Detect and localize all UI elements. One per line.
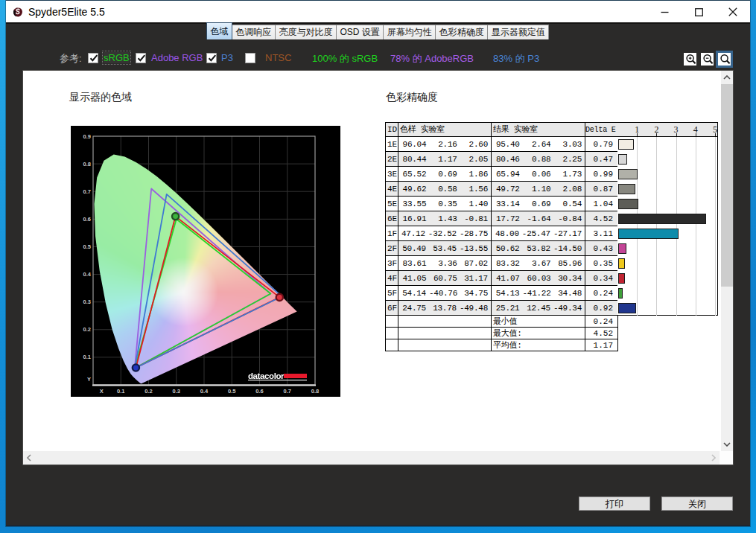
datacolor-logo-bar [284, 374, 307, 378]
close-icon [728, 7, 737, 16]
title-bar: Spyder5Elite 5.5 [6, 0, 750, 22]
delta-e-bar [618, 154, 627, 165]
row-sample-lab: 16.911.43-0.81 [398, 211, 492, 226]
tab-4[interactable]: OSD 设置 [336, 25, 384, 39]
reference-label: 参考: [60, 52, 82, 66]
row-delta-e: 0.35 [585, 256, 618, 271]
row-delta-e: 0.47 [585, 152, 618, 167]
delta-e-bar [618, 184, 635, 194]
tab-5[interactable]: 屏幕均匀性 [383, 25, 436, 39]
row-id: 1F [386, 226, 398, 241]
accuracy-panel-title: 色彩精确度 [386, 91, 438, 104]
checkbox-checked[interactable] [88, 53, 98, 63]
row-id: 6E [386, 211, 398, 226]
maximize-button[interactable] [682, 1, 716, 23]
reference-option-ntsc[interactable]: NTSC [245, 52, 291, 63]
checkbox-checked[interactable] [136, 53, 146, 63]
chevron-down-icon [723, 442, 731, 447]
delta-e-bar [618, 214, 706, 224]
row-id: 5F [386, 286, 398, 301]
row-delta-e: 1.04 [585, 197, 618, 211]
row-result-lab: 49.721.102.08 [492, 182, 585, 197]
close-button[interactable] [716, 1, 750, 23]
gamut-panel-title: 显示器的色域 [69, 91, 132, 104]
checkbox-checked[interactable] [206, 53, 217, 63]
row-sample-lab: 41.0560.7531.17 [398, 271, 492, 286]
content-panel: 显示器的色域 色彩精确度 0.10.20.30.40.50.60.70.8X0.… [22, 70, 734, 465]
reference-option-adobe-rgb[interactable]: Adobe RGB [136, 52, 203, 63]
coverage-label-1: 100% 的 sRGB [312, 52, 378, 66]
coverage-label-2: 78% 的 AdobeRGB [390, 52, 474, 66]
summary-value: 4.52 [585, 328, 618, 339]
row-result-lab: 95.402.643.03 [492, 137, 585, 152]
tab-6[interactable]: 色彩精确度 [435, 25, 488, 39]
row-id: 5E [386, 197, 398, 211]
scroll-left-arrow[interactable] [23, 451, 35, 465]
row-result-lab: 33.140.690.54 [492, 197, 585, 211]
tab-1[interactable]: 色域 [206, 22, 232, 39]
row-id: 1E [386, 137, 398, 152]
row-id: 2F [386, 241, 398, 256]
delta-e-bar [618, 229, 679, 239]
row-delta-e: 0.87 [585, 182, 618, 197]
scrollbar-corner [720, 451, 733, 465]
row-id: 4E [386, 182, 398, 197]
bar-scale-header: 12345 [617, 122, 718, 137]
row-id: 2E [386, 152, 398, 167]
delta-e-bar [618, 303, 636, 313]
scroll-down-arrow[interactable] [721, 438, 733, 451]
row-sample-lab: 33.550.351.40 [398, 197, 492, 211]
checkbox-unchecked[interactable] [245, 53, 255, 63]
datacolor-logo-text: datacolor [248, 371, 285, 380]
checkmark-icon [136, 53, 147, 63]
scroll-right-arrow[interactable] [708, 451, 720, 465]
horizontal-scrollbar[interactable] [23, 451, 720, 465]
delta-e-bar [618, 288, 623, 299]
row-delta-e: 0.99 [585, 167, 618, 182]
coverage-label-3: 83% 的 P3 [493, 52, 539, 66]
row-result-lab: 83.323.6785.96 [492, 256, 585, 271]
checkbox-label: P3 [221, 52, 233, 63]
vertical-scroll-thumb[interactable] [721, 84, 733, 287]
tab-strip: 色域色调响应亮度与对比度OSD 设置屏幕均匀性色彩精确度显示器额定值 [206, 22, 548, 39]
row-id: 4F [386, 271, 398, 286]
summary-empty [386, 339, 398, 351]
row-result-lab: 80.460.882.25 [492, 152, 585, 167]
row-result-lab: 50.6253.82-14.50 [492, 241, 585, 256]
row-delta-e: 0.24 [585, 286, 618, 301]
reference-option-p3[interactable]: P3 [206, 52, 233, 63]
checkmark-icon [207, 53, 217, 63]
chevron-left-icon [27, 454, 31, 462]
zoom-button[interactable] [718, 53, 731, 66]
summary-empty [398, 316, 492, 328]
accuracy-table-grid: ID色样 实验室结果 实验室Delta E1E96.042.162.6095.4… [385, 122, 618, 351]
chevron-right-icon [711, 454, 716, 462]
zoom-in-button[interactable] [684, 53, 696, 66]
row-sample-lab: 83.613.3687.02 [398, 256, 492, 271]
zoom-in-icon [685, 54, 696, 65]
tab-2[interactable]: 色调响应 [232, 25, 276, 39]
bar-plot-area [617, 137, 718, 316]
row-id: 3E [386, 167, 398, 182]
close-dialog-button[interactable]: 关闭 [661, 497, 733, 511]
minimize-icon [661, 8, 669, 16]
row-delta-e: 0.34 [585, 271, 618, 286]
reference-option-srgb[interactable]: sRGB [88, 52, 130, 63]
row-result-lab: 54.13-41.2234.48 [492, 286, 585, 301]
chevron-up-icon [723, 75, 731, 80]
row-id: 3F [386, 256, 398, 271]
tab-3[interactable]: 亮度与对比度 [275, 25, 337, 39]
scroll-up-arrow[interactable] [721, 71, 733, 84]
tab-7[interactable]: 显示器额定值 [487, 25, 549, 39]
print-button[interactable]: 打印 [579, 497, 650, 511]
summary-label: 最大值: [492, 328, 585, 339]
minimize-button[interactable] [647, 1, 682, 23]
zoom-icon [720, 54, 731, 65]
zoom-out-button[interactable] [701, 53, 714, 66]
row-delta-e: 0.79 [585, 137, 618, 152]
delta-e-bar [618, 139, 634, 150]
vertical-scrollbar[interactable] [721, 71, 733, 451]
row-sample-lab: 47.12-32.52-28.75 [398, 226, 492, 241]
delta-e-bar [618, 258, 625, 269]
cie-chromaticity-chart: 0.10.20.30.40.50.60.70.8X0.10.20.30.40.5… [71, 126, 340, 397]
